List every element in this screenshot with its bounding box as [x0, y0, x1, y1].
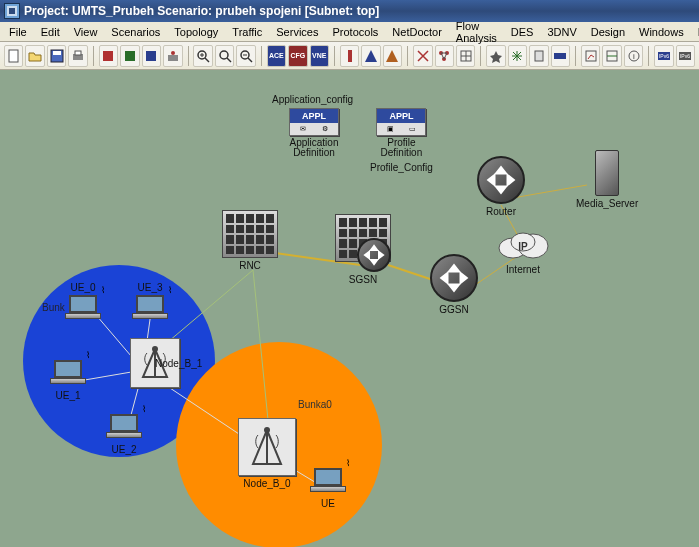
tool-icon-15[interactable]	[581, 45, 600, 67]
profile-definition[interactable]: APPL ▣▭ Profile Definition Profile_Confi…	[370, 108, 433, 173]
tool-icon-10[interactable]	[456, 45, 475, 67]
cfg-icon[interactable]: CFG	[288, 45, 307, 67]
tool-icon-17[interactable]: i	[624, 45, 643, 67]
tool-icon-13[interactable]	[529, 45, 548, 67]
menu-flow-analysis[interactable]: Flow Analysis	[449, 18, 504, 46]
tool-icon-11[interactable]	[486, 45, 505, 67]
menu-services[interactable]: Services	[269, 24, 325, 40]
toolbar-sep	[407, 46, 408, 66]
label-text: Application_config	[272, 94, 353, 105]
label-text: RNC	[239, 260, 261, 271]
svg-rect-2	[9, 50, 18, 62]
print-icon[interactable]	[68, 45, 87, 67]
laptop-icon: ⌇	[50, 360, 86, 388]
save-icon[interactable]	[47, 45, 66, 67]
tool-icon-6[interactable]	[361, 45, 380, 67]
menu-netdoctor[interactable]: NetDoctor	[385, 24, 449, 40]
cloud-icon: IP	[495, 228, 551, 262]
tool-icon-1[interactable]	[99, 45, 118, 67]
router-icon	[430, 254, 478, 302]
menu-traffic[interactable]: Traffic	[225, 24, 269, 40]
tool-icon-14[interactable]	[551, 45, 570, 67]
router-icon	[357, 238, 391, 272]
media-server[interactable]: Media_Server	[576, 150, 638, 209]
svg-rect-9	[146, 51, 156, 61]
menu-file[interactable]: File	[2, 24, 34, 40]
new-icon[interactable]	[4, 45, 23, 67]
profile-config-label: Profile_Config	[370, 162, 433, 173]
menu-windows[interactable]: Windows	[632, 24, 691, 40]
ggsn[interactable]: GGSN	[430, 254, 478, 315]
laptop-icon: ⌇	[106, 414, 142, 442]
tool-icon-3[interactable]	[142, 45, 161, 67]
app-icon	[4, 3, 20, 19]
menu-edit[interactable]: Edit	[34, 24, 67, 40]
tool-icon-5[interactable]	[340, 45, 359, 67]
ue-3[interactable]: UE_3 ⌇	[132, 280, 168, 323]
label-text: Profile Definition	[381, 138, 423, 158]
ace-icon[interactable]: ACE	[267, 45, 286, 67]
laptop-icon: ⌇	[65, 295, 101, 323]
rnc[interactable]: RNC	[222, 210, 278, 271]
topology-canvas[interactable]: Bunk Bunka0 Application_config APPL ✉⚙ A…	[0, 70, 699, 547]
svg-rect-26	[586, 51, 596, 61]
application-definition[interactable]: APPL ✉⚙ Application Definition	[289, 108, 339, 158]
menu-topology[interactable]: Topology	[167, 24, 225, 40]
ipv6-icon-2[interactable]: IPv6	[676, 45, 695, 67]
svg-rect-8	[125, 51, 135, 61]
label-text: SGSN	[349, 274, 377, 285]
node-b-0[interactable]: Node_B_0	[238, 418, 296, 489]
svg-point-51	[152, 346, 158, 352]
server-icon	[595, 150, 619, 196]
menu-design[interactable]: Design	[584, 24, 632, 40]
toolbar-sep	[261, 46, 262, 66]
label-text: Node_B_1	[155, 358, 202, 369]
label-text: Media_Server	[576, 198, 638, 209]
label-text: Application Definition	[290, 138, 339, 158]
menu-help[interactable]: Help	[691, 24, 699, 40]
sgsn[interactable]: SGSN	[335, 214, 391, 285]
menu-view[interactable]: View	[67, 24, 105, 40]
zoom-in-icon[interactable]	[215, 45, 234, 67]
application-config-label: Application_config	[272, 92, 353, 105]
menu-3dnv[interactable]: 3DNV	[540, 24, 583, 40]
toolbar-sep	[334, 46, 335, 66]
label-text: GGSN	[439, 304, 468, 315]
tool-icon-7[interactable]	[383, 45, 402, 67]
zoom-out-icon[interactable]	[236, 45, 255, 67]
toolbar: ACE CFG VNE i IPv6 IPv6	[0, 42, 699, 70]
internet[interactable]: IP Internet	[495, 228, 551, 275]
tool-icon-8[interactable]	[413, 45, 432, 67]
menu-protocols[interactable]: Protocols	[325, 24, 385, 40]
label-text: Node_B_0	[243, 478, 290, 489]
zoom-fit-icon[interactable]	[193, 45, 212, 67]
open-icon[interactable]	[25, 45, 44, 67]
svg-line-15	[227, 58, 231, 62]
svg-rect-1	[9, 8, 15, 14]
ue-2[interactable]: ⌇ UE_2	[106, 414, 142, 455]
ue-0[interactable]: UE_0 ⌇	[65, 280, 101, 323]
tool-icon-2[interactable]	[120, 45, 139, 67]
ip-text: IP	[518, 241, 528, 252]
laptop-icon: ⌇	[132, 295, 168, 323]
tool-icon-12[interactable]	[508, 45, 527, 67]
svg-point-14	[220, 51, 228, 59]
ue-1[interactable]: ⌇ UE_1	[50, 360, 86, 401]
svg-rect-25	[554, 53, 566, 59]
tool-icon-4[interactable]	[163, 45, 182, 67]
toolbar-sep	[93, 46, 94, 66]
svg-text:IPv6: IPv6	[680, 53, 690, 59]
ue[interactable]: ⌇ UE	[310, 468, 346, 509]
ipv6-icon-1[interactable]: IPv6	[654, 45, 673, 67]
menu-des[interactable]: DES	[504, 24, 541, 40]
tool-icon-16[interactable]	[602, 45, 621, 67]
vne-icon[interactable]: VNE	[310, 45, 329, 67]
label-text: UE_0	[70, 282, 95, 293]
label-text: UE_3	[137, 282, 162, 293]
window-title: Project: UMTS_Prubeh Scenario: prubeh sp…	[24, 4, 379, 18]
tool-icon-9[interactable]	[435, 45, 454, 67]
router[interactable]: Router	[477, 156, 525, 217]
node-b-1[interactable]: Node_B_1	[107, 338, 202, 369]
menu-scenarios[interactable]: Scenarios	[104, 24, 167, 40]
label-text: UE_2	[111, 444, 136, 455]
